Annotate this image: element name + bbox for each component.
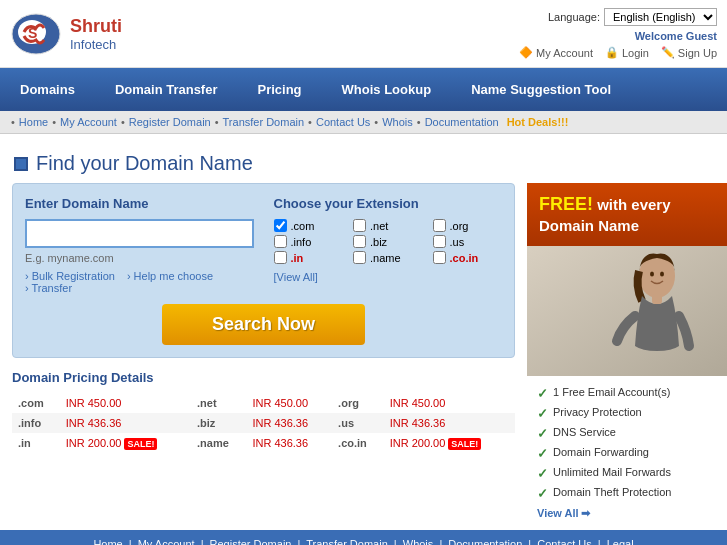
price-us: INR 436.36: [384, 413, 515, 433]
footer-transfer-domain[interactable]: Transfer Domain: [306, 538, 388, 545]
edit-icon: ✏️: [661, 46, 675, 59]
footer-documentation[interactable]: Documentation: [448, 538, 522, 545]
language-label: Language:: [548, 11, 600, 23]
promo-features-list: ✓ 1 Free Email Account(s) ✓ Privacy Prot…: [527, 376, 727, 530]
transfer-link-row: › Transfer: [25, 282, 254, 294]
arrow-right-icon: ➡: [581, 507, 590, 520]
check-icon-email: ✓: [537, 386, 548, 401]
domain-input[interactable]: [25, 219, 254, 248]
breadcrumb-transfer-domain[interactable]: Transfer Domain: [223, 116, 305, 128]
domain-hint: E.g. myname.com: [25, 252, 254, 264]
breadcrumb: • Home • My Account • Register Domain • …: [0, 111, 727, 134]
ext-in-label: .in: [12, 433, 60, 453]
ext-net: .net: [353, 219, 423, 232]
footer-home[interactable]: Home: [93, 538, 122, 545]
promo-item-forwarding: ✓ Domain Forwarding: [537, 446, 717, 461]
bulk-registration-link[interactable]: › Bulk Registration: [25, 270, 115, 282]
nav-whois-lookup[interactable]: Whois Lookup: [322, 68, 452, 111]
ext-us-label: .us: [332, 413, 384, 433]
woman-figure: [527, 246, 727, 376]
footer-legal[interactable]: Legal: [607, 538, 634, 545]
ext-coin-label: .co.in: [450, 252, 479, 264]
hot-deals-link[interactable]: Hot Deals!!!: [507, 116, 569, 128]
nav-domains[interactable]: Domains: [0, 68, 95, 111]
search-row: Enter Domain Name E.g. myname.com › Bulk…: [25, 196, 502, 294]
pricing-row-2: .info INR 436.36 .biz INR 436.36 .us INR…: [12, 413, 515, 433]
account-row: Welcome Guest: [635, 30, 717, 42]
ext-in: .in: [274, 251, 344, 264]
sale-badge-in: SALE!: [124, 438, 157, 450]
breadcrumb-documentation[interactable]: Documentation: [425, 116, 499, 128]
choose-ext-label: Choose your Extension: [274, 196, 503, 211]
account-links-row: 🔶 My Account 🔒 Login ✏️ Sign Up: [519, 46, 717, 59]
footer-whois[interactable]: Whois: [403, 538, 434, 545]
main-nav: Domains Domain Transfer Pricing Whois Lo…: [0, 68, 727, 111]
check-icon-dns: ✓: [537, 426, 548, 441]
pricing-section: Domain Pricing Details .com INR 450.00 .…: [12, 370, 515, 453]
ext-net-checkbox[interactable]: [353, 219, 366, 232]
language-select[interactable]: English (English): [604, 8, 717, 26]
right-promo: FREE! with every Domain Name: [527, 183, 727, 530]
promo-item-dns: ✓ DNS Service: [537, 426, 717, 441]
footer-my-account[interactable]: My Account: [138, 538, 195, 545]
search-now-button[interactable]: Search Now: [162, 304, 365, 345]
ext-org-label: .org: [332, 393, 384, 413]
nav-name-suggestion[interactable]: Name Suggestion Tool: [451, 68, 631, 111]
ext-in-label: .in: [291, 252, 304, 264]
ext-org-checkbox[interactable]: [433, 219, 446, 232]
check-icon-mail: ✓: [537, 466, 548, 481]
nav-domain-transfer[interactable]: Domain Transfer: [95, 68, 238, 111]
view-all-promo-link[interactable]: View All ➡: [537, 507, 717, 520]
check-icon-privacy: ✓: [537, 406, 548, 421]
ext-biz-checkbox[interactable]: [353, 235, 366, 248]
breadcrumb-home[interactable]: Home: [19, 116, 48, 128]
top-header: S Shruti Infotech Language: English (Eng…: [0, 0, 727, 68]
login-link[interactable]: 🔒 Login: [605, 46, 649, 59]
ext-us-checkbox[interactable]: [433, 235, 446, 248]
content-wrapper: Enter Domain Name E.g. myname.com › Bulk…: [0, 183, 727, 530]
price-info: INR 436.36: [60, 413, 191, 433]
ext-com-checkbox[interactable]: [274, 219, 287, 232]
price-net: INR 450.00: [246, 393, 332, 413]
ext-in-checkbox[interactable]: [274, 251, 287, 264]
help-choose-link[interactable]: › Help me choose: [127, 270, 213, 282]
choose-ext-section: Choose your Extension .com .net: [274, 196, 503, 294]
promo-item-mail: ✓ Unlimited Mail Forwards: [537, 466, 717, 481]
ext-info-checkbox[interactable]: [274, 235, 287, 248]
transfer-link[interactable]: › Transfer: [25, 282, 72, 294]
ext-com-label: .com: [12, 393, 60, 413]
breadcrumb-register-domain[interactable]: Register Domain: [129, 116, 211, 128]
breadcrumb-contact-us[interactable]: Contact Us: [316, 116, 370, 128]
my-account-link[interactable]: 🔶 My Account: [519, 46, 593, 59]
breadcrumb-my-account[interactable]: My Account: [60, 116, 117, 128]
signup-link[interactable]: ✏️ Sign Up: [661, 46, 717, 59]
footer-register-domain[interactable]: Register Domain: [210, 538, 292, 545]
view-all-ext-link[interactable]: [View All]: [274, 271, 318, 283]
ext-coin: .co.in: [433, 251, 503, 264]
pricing-row-1: .com INR 450.00 .net INR 450.00 .org INR…: [12, 393, 515, 413]
breadcrumb-whois[interactable]: Whois: [382, 116, 413, 128]
nav-pricing[interactable]: Pricing: [238, 68, 322, 111]
promo-domain: Domain Name: [539, 217, 639, 234]
ext-us: .us: [433, 235, 503, 248]
check-icon-theft: ✓: [537, 486, 548, 501]
price-org: INR 450.00: [384, 393, 515, 413]
ext-biz-label: .biz: [370, 236, 387, 248]
promo-item-theft: ✓ Domain Theft Protection: [537, 486, 717, 501]
enter-domain-label: Enter Domain Name: [25, 196, 254, 211]
ext-name-checkbox[interactable]: [353, 251, 366, 264]
search-btn-row: Search Now: [25, 304, 502, 345]
ext-biz: .biz: [353, 235, 423, 248]
svg-rect-3: [527, 246, 727, 376]
promo-header: FREE! with every Domain Name: [527, 183, 727, 246]
logo-icon: S: [10, 12, 62, 56]
ext-coin-checkbox[interactable]: [433, 251, 446, 264]
ext-us-label: .us: [450, 236, 465, 248]
ext-com: .com: [274, 219, 344, 232]
footer-contact-us[interactable]: Contact Us: [537, 538, 591, 545]
ext-coin-label: .co.in: [332, 433, 384, 453]
price-coin: INR 200.00SALE!: [384, 433, 515, 453]
promo-item-privacy: ✓ Privacy Protection: [537, 406, 717, 421]
sale-badge-coin: SALE!: [448, 438, 481, 450]
ext-biz-label: .biz: [191, 413, 246, 433]
